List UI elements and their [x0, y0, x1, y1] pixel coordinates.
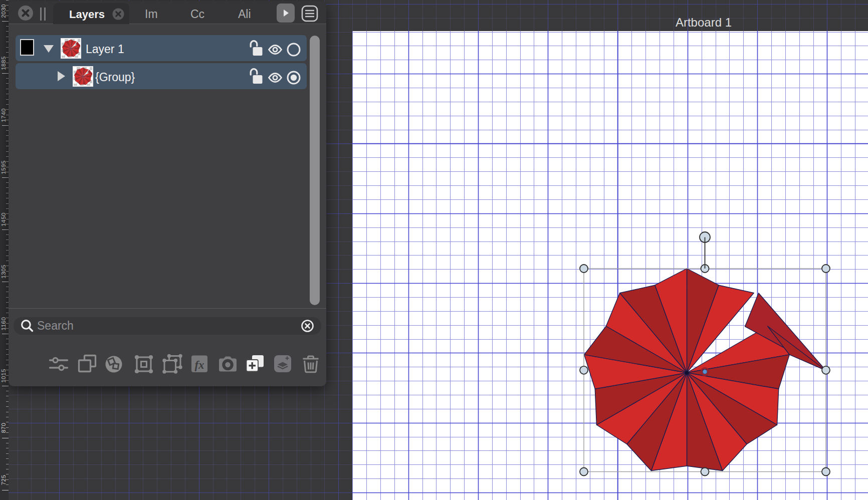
svg-text:fx: fx	[194, 359, 204, 371]
